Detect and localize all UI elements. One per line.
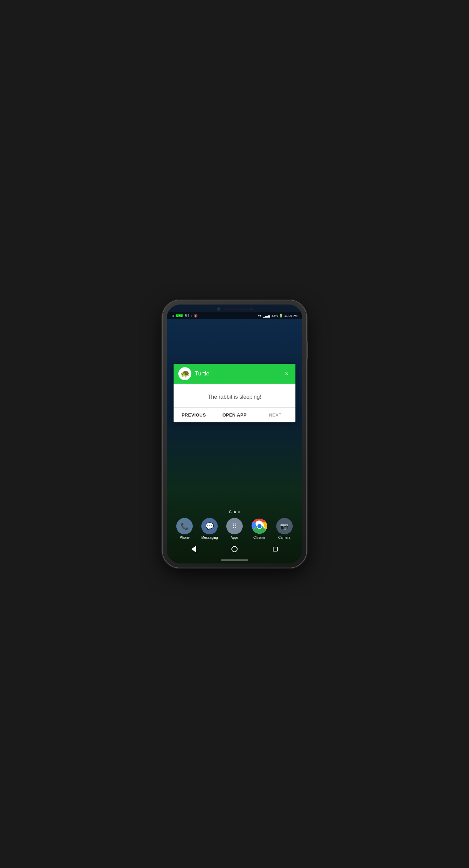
notification-body: The rabbit is sleeping!: [174, 384, 295, 407]
app-name: Turtle: [195, 370, 279, 377]
home-icon: [231, 546, 238, 552]
inactive-dot: [238, 511, 240, 513]
recents-button[interactable]: [270, 544, 280, 554]
phone-top-bar: [167, 305, 302, 312]
previous-button[interactable]: PREVIOUS: [174, 408, 214, 422]
messaging-label: Messaging: [201, 536, 218, 540]
close-button[interactable]: ×: [283, 370, 291, 378]
circle-icon: ○: [191, 314, 192, 318]
calendar-icon: 月8: [185, 313, 189, 318]
clock: 11:06 PM: [284, 314, 297, 318]
notification-message: The rabbit is sleeping!: [208, 394, 262, 400]
phone-screen: ⊖ LINE 月8 ○ 🔇 ▾▾ ▁▃▅ 43% 🔋 11:06 PM: [167, 305, 302, 563]
dock-item-apps[interactable]: ⠿ Apps: [226, 518, 243, 540]
phone-device: ⊖ LINE 月8 ○ 🔇 ▾▾ ▁▃▅ 43% 🔋 11:06 PM: [163, 300, 306, 568]
apps-label: Apps: [231, 536, 239, 540]
notification-popup: 🐢 Turtle × The rabbit is sleeping! PREVI…: [174, 364, 295, 422]
battery-icon: 🔋: [279, 314, 283, 318]
turtle-emoji: 🐢: [180, 369, 190, 378]
dnd-icon: ⊖: [172, 314, 174, 318]
dock-item-phone[interactable]: 📞 Phone: [176, 518, 193, 540]
status-bar: ⊖ LINE 月8 ○ 🔇 ▾▾ ▁▃▅ 43% 🔋 11:06 PM: [167, 312, 302, 319]
back-button[interactable]: [189, 544, 199, 554]
home-button[interactable]: [230, 544, 239, 554]
dock-item-messaging[interactable]: 💬 Messaging: [201, 518, 218, 540]
back-icon: [191, 546, 196, 553]
notification-actions: PREVIOUS OPEN APP NEXT: [174, 407, 295, 422]
camera-icon: 📷: [276, 518, 293, 534]
phone-icon: 📞: [176, 518, 193, 534]
apps-icon: ⠿: [226, 518, 243, 534]
app-icon: 🐢: [178, 367, 191, 380]
screen-content: 🐢 Turtle × The rabbit is sleeping! PREVI…: [167, 319, 302, 563]
active-dot: [234, 511, 236, 513]
home-bar: [167, 557, 302, 563]
notification-header: 🐢 Turtle ×: [174, 364, 295, 384]
chrome-label: Chrome: [253, 536, 266, 540]
navigation-bar: [167, 542, 302, 557]
camera-dot: [217, 307, 220, 311]
page-dots: G: [167, 508, 302, 515]
line-icon: LINE: [176, 314, 183, 317]
dock-item-camera[interactable]: 📷 Camera: [276, 518, 293, 540]
battery-percent: 43%: [271, 314, 278, 318]
google-dot: G: [229, 510, 232, 514]
dock-item-chrome[interactable]: Chrome: [251, 518, 268, 540]
app-dock: 📞 Phone 💬 Messaging ⠿ Apps: [167, 515, 302, 542]
next-button[interactable]: NEXT: [255, 408, 295, 422]
home-bar-line: [221, 559, 248, 561]
recents-icon: [273, 547, 278, 551]
status-right: ▾▾ ▁▃▅ 43% 🔋 11:06 PM: [258, 314, 297, 318]
svg-point-2: [257, 524, 262, 528]
wifi-icon: ▾▾: [258, 314, 262, 318]
phone-label: Phone: [180, 536, 190, 540]
messaging-icon: 💬: [201, 518, 218, 534]
status-left: ⊖ LINE 月8 ○ 🔇: [172, 313, 198, 318]
signal-icon: ▁▃▅: [263, 314, 270, 318]
open-app-button[interactable]: OPEN APP: [214, 408, 255, 422]
chrome-icon: [251, 518, 268, 534]
camera-label: Camera: [278, 536, 291, 540]
mute-icon: 🔇: [194, 314, 198, 318]
speaker-bar: [225, 308, 252, 310]
